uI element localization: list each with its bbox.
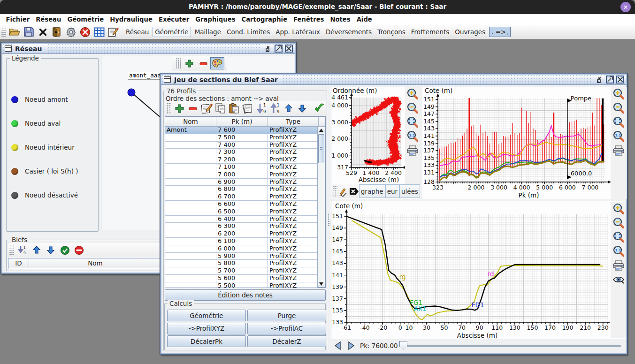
bief-up-button[interactable] (30, 244, 44, 256)
profile-slider[interactable] (399, 341, 623, 351)
slider-thumb[interactable] (399, 341, 407, 350)
draw-profile-button[interactable] (338, 185, 349, 197)
section-row[interactable]: 7 300ProfilXYZ (165, 149, 325, 156)
section-row[interactable]: 6 800ProfilXYZ (165, 186, 325, 193)
section-row[interactable]: 6 000ProfilXYZ (165, 245, 325, 253)
toolbar-button-condlimites[interactable]: Cond. Limites (225, 27, 272, 37)
section-row[interactable]: 6 100ProfilXYZ (165, 238, 325, 245)
section-row[interactable]: 7 100ProfilXYZ (165, 164, 325, 171)
calc-button-purge[interactable]: Purge (247, 310, 326, 321)
export-icon[interactable] (50, 26, 64, 38)
print-icon[interactable] (612, 259, 625, 272)
plan-tab-ules[interactable]: ulées (399, 184, 420, 198)
menu-geometrie[interactable]: Géométrie (64, 16, 107, 23)
reseau-close-button[interactable] (285, 45, 293, 53)
zoom-out-icon[interactable] (612, 217, 625, 229)
sections-titlebar[interactable]: Jeu de sections du Bief Saar (161, 75, 626, 85)
gear-icon[interactable] (64, 26, 78, 38)
section-row[interactable]: 5 900ProfilXYZ (165, 253, 325, 260)
network-toolbar-grip[interactable] (176, 58, 181, 69)
menu-fenetres[interactable]: Fenêtres (291, 16, 327, 23)
menu-aide[interactable]: Aide (353, 16, 375, 23)
add-node-button[interactable] (182, 57, 196, 69)
section-row[interactable]: 6 900ProfilXYZ (165, 179, 325, 186)
section-row[interactable]: 6 700ProfilXYZ (165, 193, 325, 201)
next-profile-button[interactable] (345, 340, 357, 351)
open-icon[interactable] (8, 26, 22, 38)
reseau-titlebar[interactable]: Réseau (2, 44, 295, 54)
toolbar-button-deversements[interactable]: Déversements (324, 27, 374, 37)
section-row[interactable]: 6 400ProfilXYZ (165, 216, 325, 223)
scrollbar-down-arrow[interactable] (318, 281, 325, 287)
save-icon[interactable] (22, 26, 36, 38)
section-row[interactable]: 5 500ProfilXYZ (165, 282, 325, 288)
move-up-button[interactable] (282, 102, 295, 114)
section-row[interactable]: 7 400ProfilXYZ (165, 142, 325, 149)
edit-notes-button[interactable]: Édition des notes (165, 289, 326, 301)
zoom-in-icon[interactable] (406, 88, 419, 100)
palette-button[interactable] (210, 57, 224, 69)
section-row[interactable]: 6 300ProfilXYZ (165, 223, 325, 230)
print-icon[interactable] (612, 144, 625, 157)
section-row[interactable]: 5 800ProfilXYZ (165, 260, 325, 267)
close-icon[interactable] (36, 26, 50, 38)
zoom-out-icon[interactable] (406, 102, 419, 114)
plan-toolbar-grip[interactable] (333, 186, 337, 197)
section-row[interactable]: 5 700ProfilXYZ (165, 267, 325, 275)
sections-column-header[interactable]: Nom (165, 117, 216, 126)
stop-icon[interactable] (78, 26, 92, 38)
toolbar-button-applateraux[interactable]: App. Latéraux (274, 27, 322, 37)
notes-icon[interactable] (106, 26, 120, 38)
menu-fichier[interactable]: Fichier (3, 16, 33, 23)
delete-profile-button[interactable] (186, 102, 200, 114)
section-row[interactable]: 7 000ProfilXYZ (165, 171, 325, 179)
calc-button-decalerz[interactable]: DécalerZ (247, 335, 326, 347)
zoom-in-icon[interactable] (612, 88, 625, 100)
toolbar-button-maillage[interactable]: Maillage (193, 27, 223, 37)
scrollbar-up-arrow[interactable] (318, 127, 325, 133)
sections-table-scrollbar[interactable] (317, 126, 325, 288)
menu-cartographie[interactable]: Cartographie (238, 16, 291, 23)
toolbar-button-frottements[interactable]: Frottements (409, 27, 451, 37)
vertical-splitter[interactable] (328, 87, 331, 353)
section-row[interactable]: 7 200ProfilXYZ (165, 156, 325, 164)
zoom-fit-icon[interactable] (612, 231, 625, 243)
section-row[interactable]: 6 500ProfilXYZ (165, 208, 325, 216)
sections-column-header[interactable]: Type (268, 117, 319, 126)
toolbar-button-troncons[interactable]: Tronçons (375, 27, 407, 37)
scrollbar-thumb[interactable] (318, 134, 324, 163)
grid-icon[interactable] (92, 26, 106, 38)
longitudinal-plot[interactable]: Cote (m)Pompe6000.03232 0003 0004 0005 0… (422, 87, 611, 199)
menu-reseau[interactable]: Réseau (33, 16, 64, 23)
toolbar-button-ouvrages[interactable]: Ouvrages (453, 27, 487, 37)
add-profile-button[interactable] (173, 102, 186, 114)
section-row[interactable]: 5 600ProfilXYZ (165, 275, 325, 282)
edit-profile-button[interactable] (200, 102, 214, 114)
calc-button-profilac[interactable]: ->ProfilAC (247, 323, 326, 334)
bief-disable-button[interactable] (72, 244, 86, 256)
zoom-1-1-icon[interactable]: 1:1 (406, 130, 419, 143)
move-down-button[interactable] (295, 102, 309, 114)
apply-button[interactable] (312, 102, 326, 114)
sections-toolbar-grip[interactable] (167, 103, 171, 114)
upstream-node[interactable] (128, 89, 135, 96)
zoom-out-icon[interactable] (612, 102, 625, 114)
sort-ascending-button[interactable]: 1:9 (268, 102, 282, 114)
sort-biefs-button[interactable]: 19: (15, 244, 30, 256)
node-label[interactable]: amont_aaa (128, 72, 162, 80)
print-icon[interactable] (406, 144, 419, 157)
section-row[interactable]: 7 500ProfilXYZ (165, 134, 325, 142)
bief-enable-button[interactable] (58, 244, 72, 256)
sections-maximize-button[interactable] (606, 76, 614, 83)
biefs-toolbar-grip[interactable] (9, 244, 14, 256)
toolbar-button-[interactable]: . =>, (489, 27, 511, 37)
duplicate-button[interactable] (241, 102, 254, 114)
menu-executer[interactable]: Exécuter (155, 16, 192, 23)
delete-profile-button[interactable] (349, 185, 359, 197)
reseau-minimize-button[interactable] (264, 45, 272, 53)
copy-button[interactable] (214, 102, 227, 114)
plan-tab-graphe[interactable]: graphe (359, 184, 385, 198)
menu-hydraulique[interactable]: Hydraulique (107, 16, 156, 23)
biefs-column-header[interactable]: Nom (29, 258, 162, 268)
remove-node-button[interactable] (196, 57, 210, 69)
